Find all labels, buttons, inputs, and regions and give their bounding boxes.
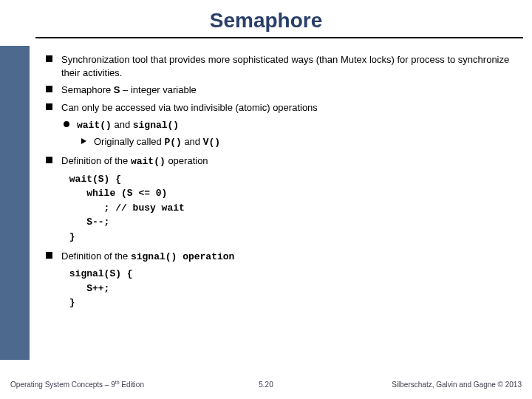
bullet-text: Synchronization tool that provides more … <box>61 53 519 79</box>
square-bullet-icon <box>46 86 52 92</box>
bullet-item: Synchronization tool that provides more … <box>46 53 519 79</box>
circle-bullet-icon <box>64 121 69 127</box>
code-line: } <box>64 296 519 310</box>
square-bullet-icon <box>46 157 52 163</box>
text: Definition of the <box>61 250 131 262</box>
bullet-text: Originally called P() and V() <box>94 135 519 149</box>
text: Definition of the <box>61 155 131 166</box>
bullet-item: Semaphore S – integer variable <box>46 83 519 97</box>
text: Originally called <box>94 136 164 147</box>
bullet-text: wait() and signal() <box>77 118 519 132</box>
code-line: while (S <= 0) <box>64 187 519 200</box>
text: and <box>112 119 133 130</box>
sub-bullet-item: wait() and signal() <box>64 118 519 132</box>
bullet-text: Semaphore S – integer variable <box>61 83 519 97</box>
slide-title: Semaphore <box>0 9 532 33</box>
bullet-text: Can only be accessed via two indivisible… <box>61 101 519 115</box>
triangle-bullet-icon <box>81 138 86 144</box>
text: and <box>182 136 203 147</box>
code-text: wait() <box>77 120 112 131</box>
square-bullet-icon <box>46 55 52 62</box>
code-line: } <box>64 231 519 244</box>
bold-text: S <box>114 84 120 95</box>
code-line: S++; <box>64 282 519 296</box>
bullet-text: Definition of the wait() operation <box>61 154 519 168</box>
code-text: wait() <box>131 156 166 167</box>
code-text: signal() <box>133 120 179 131</box>
code-text: signal() operation <box>131 251 234 262</box>
code-text: V() <box>203 137 220 148</box>
left-accent-bar <box>0 46 30 360</box>
title-underline <box>35 37 523 38</box>
square-bullet-icon <box>46 252 52 259</box>
slide: Semaphore Synchronization tool that prov… <box>0 0 532 399</box>
sub-sub-bullet-item: Originally called P() and V() <box>81 135 519 149</box>
footer-copyright: Silberschatz, Galvin and Gagne © 2013 <box>392 381 522 389</box>
code-text: P() <box>164 137 181 148</box>
bullet-item: Can only be accessed via two indivisible… <box>46 101 519 115</box>
bullet-item: Definition of the signal() operation <box>46 250 519 264</box>
code-line: S--; <box>64 216 519 229</box>
text: Semaphore <box>61 84 114 95</box>
text: – integer variable <box>120 84 197 95</box>
bullet-item: Definition of the wait() operation <box>46 154 519 168</box>
bullet-text: Definition of the signal() operation <box>61 250 519 264</box>
code-line: ; // busy wait <box>64 202 519 215</box>
code-line: signal(S) { <box>64 267 519 281</box>
text: operation <box>166 155 208 166</box>
square-bullet-icon <box>46 103 52 110</box>
code-line: wait(S) { <box>64 173 519 186</box>
slide-body: Synchronization tool that provides more … <box>46 53 519 311</box>
